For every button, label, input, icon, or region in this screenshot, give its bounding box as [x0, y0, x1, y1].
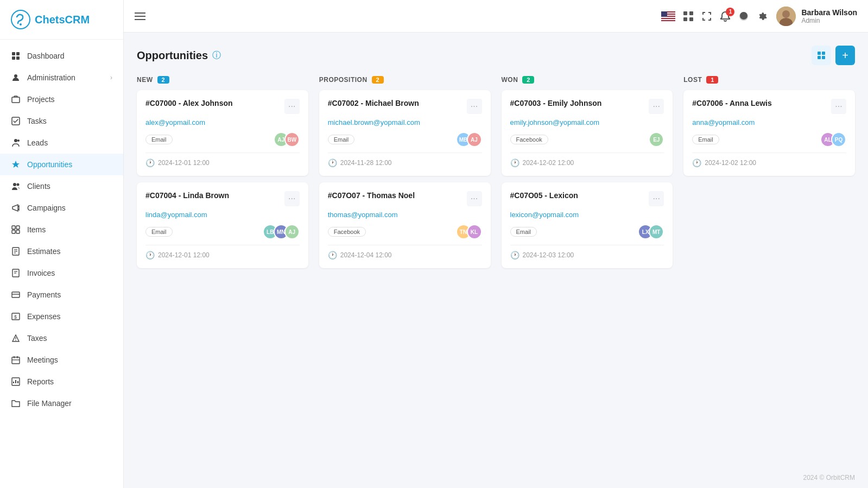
svg-point-6 [14, 74, 17, 78]
avatar: KL [467, 224, 482, 239]
sidebar-item-tasks[interactable]: Tasks [0, 110, 123, 132]
card-menu-button[interactable]: ··· [831, 99, 846, 114]
sidebar-item-opportunities[interactable]: Opportunities [0, 154, 123, 175]
svg-rect-50 [661, 20, 675, 21]
user-profile[interactable]: Barbara Wilson Admin [776, 7, 857, 26]
sidebar-item-clients[interactable]: Clients [0, 175, 123, 197]
card-menu-button[interactable]: ··· [284, 191, 300, 206]
admin-icon [11, 73, 21, 83]
card-date: 2024-12-02 12:00 [523, 159, 574, 167]
card-avatars: TN KL [456, 224, 482, 239]
sidebar-item-expenses[interactable]: $ Expenses [0, 306, 123, 327]
column-proposition: PROPOSITION 2 #C07002 - Michael Brown ··… [319, 76, 491, 275]
apps-button[interactable] [683, 11, 694, 22]
dark-mode-button[interactable] [738, 11, 749, 22]
logo[interactable]: ChetsCRM [0, 0, 123, 40]
sidebar-item-file-manager[interactable]: File Manager [0, 392, 123, 414]
card-email[interactable]: michael.brown@yopmail.com [328, 118, 482, 126]
svg-rect-4 [12, 56, 15, 60]
column-title-proposition: PROPOSITION [319, 76, 368, 84]
card-c07o05[interactable]: #C07O05 - Lexicon ··· lexicon@yopmail.co… [502, 182, 673, 268]
sidebar-item-dashboard[interactable]: Dashboard [0, 45, 123, 67]
sidebar-item-taxes[interactable]: Taxes [0, 327, 123, 349]
card-menu-button[interactable]: ··· [649, 191, 664, 206]
leads-icon [11, 138, 21, 148]
card-tags-row: Email MB AJ [328, 132, 482, 147]
card-email[interactable]: emily.johnson@yopmail.com [510, 118, 664, 126]
card-date: 2024-12-02 12:00 [705, 159, 756, 167]
sidebar-item-items[interactable]: Items [0, 219, 123, 240]
grid-view-button[interactable] [812, 46, 831, 65]
card-email[interactable]: lexicon@yopmail.com [510, 211, 664, 219]
svg-rect-54 [683, 17, 687, 21]
footer: 2024 © OrbitCRM [124, 467, 868, 488]
column-header-won: WON 2 [502, 76, 673, 84]
card-menu-button[interactable]: ··· [649, 99, 664, 114]
card-tag: Email [692, 135, 719, 144]
card-c07006[interactable]: #C07006 - Anna Lewis ··· anna@yopmail.co… [683, 90, 855, 176]
top-header: 1 [124, 0, 868, 33]
column-title-lost: LOST [683, 76, 702, 84]
svg-rect-61 [818, 56, 821, 59]
sidebar-item-administration[interactable]: Administration › [0, 67, 123, 88]
card-email[interactable]: thomas@yopmail.com [328, 211, 482, 219]
card-email[interactable]: anna@yopmail.com [692, 118, 846, 126]
sidebar-item-leads[interactable]: Leads [0, 132, 123, 154]
sidebar-item-estimates[interactable]: Estimates [0, 240, 123, 262]
card-tags-row: Email AJ BW [145, 132, 300, 147]
svg-rect-62 [822, 56, 825, 59]
svg-point-12 [17, 183, 20, 186]
dashboard-label: Dashboard [27, 52, 112, 60]
sidebar-item-payments[interactable]: Payments [0, 284, 123, 306]
card-avatars: AJ BW [274, 132, 300, 147]
card-menu-button[interactable]: ··· [284, 99, 300, 114]
card-date: 2024-12-01 12:00 [158, 251, 210, 259]
card-menu-button[interactable]: ··· [467, 99, 482, 114]
notifications-button[interactable]: 1 [720, 11, 731, 22]
column-badge-proposition: 2 [372, 76, 384, 84]
card-c07003[interactable]: #C07003 - Emily Johnson ··· emily.johnso… [502, 90, 673, 176]
tasks-icon [11, 116, 21, 126]
card-c07002[interactable]: #C07002 - Michael Brown ··· michael.brow… [319, 90, 491, 176]
card-avatars: LB MN AJ [263, 224, 300, 239]
fullscreen-button[interactable] [701, 11, 712, 22]
expenses-icon: $ [11, 312, 21, 321]
info-icon[interactable]: ⓘ [212, 50, 221, 61]
hamburger-button[interactable] [135, 12, 145, 21]
card-c07o07[interactable]: #C07O07 - Thomas Noel ··· thomas@yopmail… [319, 182, 491, 268]
column-header-lost: LOST 1 [683, 76, 855, 84]
sidebar-nav: Dashboard Administration › Projects [0, 40, 123, 488]
card-menu-button[interactable]: ··· [467, 191, 482, 206]
sidebar-item-reports[interactable]: Reports [0, 371, 123, 392]
clock-icon: 🕐 [145, 159, 155, 167]
taxes-icon [11, 333, 21, 343]
card-tags-row: Email LX MT [510, 224, 664, 239]
card-date-row: 🕐 2024-12-01 12:00 [145, 153, 300, 167]
settings-button[interactable] [757, 11, 768, 22]
card-email[interactable]: alex@yopmail.com [145, 118, 300, 126]
sidebar-item-invoices[interactable]: Invoices [0, 262, 123, 284]
card-tags-row: Facebook EJ [510, 132, 664, 147]
card-c07004[interactable]: #C07004 - Linda Brown ··· linda@yopmail.… [137, 182, 308, 268]
add-opportunity-button[interactable]: + [835, 46, 855, 65]
card-c07000[interactable]: #C07000 - Alex Johnson ··· alex@yopmail.… [137, 90, 308, 176]
card-title: #C07004 - Linda Brown [145, 191, 229, 200]
card-date: 2024-12-04 12:00 [340, 251, 392, 259]
payments-icon [11, 290, 21, 300]
sidebar-item-campaigns[interactable]: Campaigns [0, 197, 123, 219]
meetings-label: Meetings [27, 356, 112, 364]
kanban-board: NEW 2 #C07000 - Alex Johnson ··· alex@yo… [137, 76, 855, 275]
card-title: #C07000 - Alex Johnson [145, 99, 233, 107]
projects-label: Projects [27, 95, 112, 104]
clients-label: Clients [27, 182, 112, 191]
svg-rect-60 [822, 52, 825, 55]
language-selector[interactable] [661, 11, 675, 21]
card-avatars: AL PQ [820, 132, 846, 147]
card-date-row: 🕐 2024-12-01 12:00 [145, 245, 300, 259]
file-manager-label: File Manager [27, 399, 112, 408]
sidebar-item-meetings[interactable]: Meetings [0, 349, 123, 371]
sidebar-item-projects[interactable]: Projects [0, 88, 123, 110]
column-new: NEW 2 #C07000 - Alex Johnson ··· alex@yo… [137, 76, 308, 275]
card-email[interactable]: linda@yopmail.com [145, 211, 300, 219]
clock-icon: 🕐 [145, 251, 155, 259]
